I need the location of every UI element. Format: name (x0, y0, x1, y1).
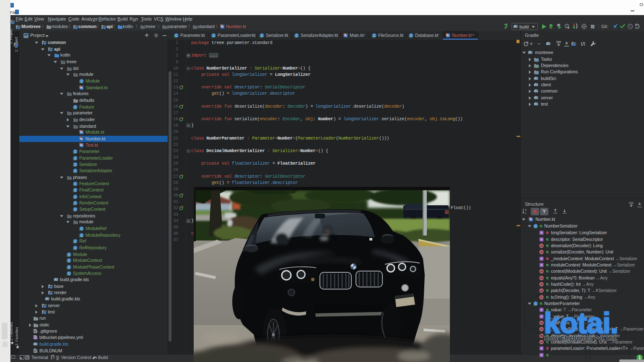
svg-text:K: K (221, 25, 224, 28)
svg-text:C: C (74, 246, 77, 250)
svg-text:C: C (80, 80, 83, 83)
svg-text:C: C (74, 163, 77, 167)
svg-text:C: C (74, 169, 77, 173)
svg-text:z: z (525, 212, 526, 215)
svg-text:V: V (540, 263, 543, 267)
svg-text:K: K (80, 130, 83, 134)
svg-text:C: C (80, 234, 83, 238)
svg-text:K: K (447, 34, 449, 37)
svg-text:C: C (80, 227, 83, 231)
svg-text:m: m (540, 250, 543, 254)
svg-text:V: V (540, 238, 543, 241)
svg-text:m: m (540, 282, 543, 286)
svg-text:m: m (540, 276, 543, 280)
svg-text:C: C (68, 272, 70, 276)
svg-text:a: a (525, 208, 527, 211)
svg-text:K: K (80, 137, 83, 141)
svg-text:C: C (74, 157, 77, 160)
svg-text:C: C (296, 34, 298, 38)
svg-text:C: C (213, 34, 215, 38)
svg-text:C: C (74, 106, 77, 109)
svg-text:K: K (80, 143, 83, 147)
svg-text:K: K (345, 34, 347, 37)
svg-text:C: C (261, 34, 263, 38)
svg-text:C: C (74, 182, 77, 186)
svg-text:m: m (540, 244, 543, 248)
svg-text:C: C (74, 202, 77, 205)
svg-text:C: C (68, 266, 70, 269)
svg-text:C: C (68, 259, 70, 263)
svg-text:C: C (74, 189, 77, 192)
svg-text:K: K (530, 217, 532, 221)
svg-text:V: V (540, 257, 543, 261)
svg-text:V: V (540, 231, 543, 235)
svg-text:C: C (535, 225, 537, 228)
svg-text:C: C (74, 208, 77, 212)
svg-text:C: C (74, 150, 77, 154)
svg-text:m: m (540, 269, 543, 273)
svg-text:C: C (74, 195, 77, 199)
svg-text:YML: YML (33, 337, 37, 339)
svg-text:C: C (410, 34, 413, 38)
svg-text:C: C (373, 34, 376, 38)
svg-text:K: K (80, 86, 83, 90)
svg-text:C: C (175, 34, 178, 38)
svg-text:C: C (68, 253, 70, 257)
svg-text:C: C (74, 240, 77, 243)
